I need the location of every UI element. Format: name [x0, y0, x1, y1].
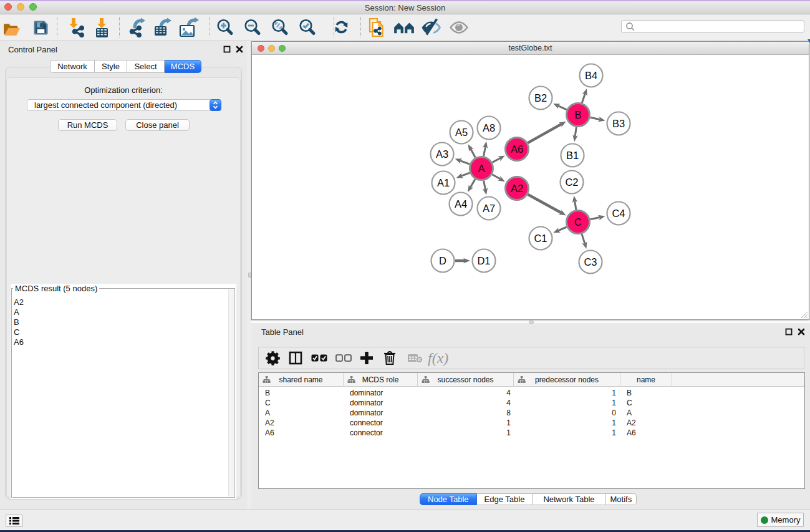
- svg-text:A2: A2: [511, 183, 523, 194]
- svg-text:B4: B4: [585, 70, 597, 81]
- svg-text:C3: C3: [584, 256, 597, 268]
- svg-text:C2: C2: [565, 177, 578, 188]
- svg-text:C: C: [574, 216, 582, 228]
- svg-text:A4: A4: [455, 198, 467, 210]
- svg-text:D1: D1: [477, 255, 490, 266]
- svg-text:B: B: [574, 109, 581, 120]
- svg-text:B3: B3: [612, 118, 625, 129]
- svg-text:A7: A7: [483, 203, 495, 214]
- svg-text:A3: A3: [436, 148, 448, 160]
- svg-text:A8: A8: [483, 122, 495, 133]
- svg-text:D: D: [439, 255, 446, 266]
- svg-text:B2: B2: [534, 92, 547, 104]
- svg-text:C4: C4: [612, 208, 625, 219]
- svg-text:C1: C1: [534, 233, 547, 244]
- svg-text:A1: A1: [437, 177, 450, 188]
- svg-text:B1: B1: [566, 150, 579, 161]
- svg-text:A5: A5: [455, 127, 468, 138]
- svg-text:A: A: [478, 163, 485, 174]
- svg-text:A6: A6: [511, 143, 523, 155]
